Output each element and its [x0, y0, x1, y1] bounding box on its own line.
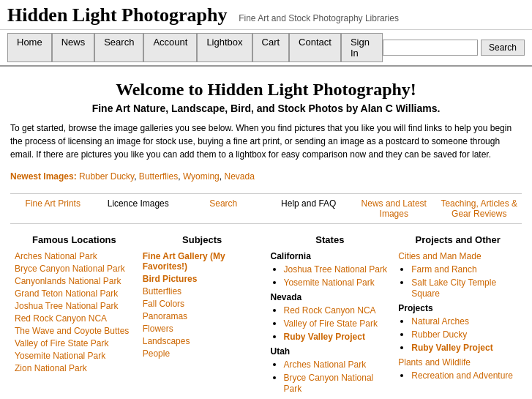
famous-location-link[interactable]: Canyonlands National Park — [15, 276, 134, 286]
project-link[interactable]: Rubber Ducky — [411, 329, 467, 340]
states-col: States CaliforniaJoshua Tree National Pa… — [266, 234, 394, 396]
nav-links: HomeNewsSearchAccountLightboxCartContact… — [7, 33, 383, 62]
navbar: HomeNewsSearchAccountLightboxCartContact… — [0, 30, 532, 67]
states-header: States — [271, 234, 390, 245]
state-link[interactable]: Joshua Tree National Park — [284, 264, 387, 275]
newest-images: Newest Images: Rubber Ducky, Butterflies… — [10, 171, 522, 182]
section-nav: Fine Art PrintsLicence ImagesSearchHelp … — [10, 193, 522, 224]
image-galleries-link[interactable]: image galleries — [113, 123, 173, 133]
subjects-header: Subjects — [143, 234, 262, 245]
newest-link-1[interactable]: Butterflies — [139, 171, 178, 182]
projects-content: Cities and Man MadeFarm and RanchSalt La… — [398, 251, 517, 381]
section-nav-item-3[interactable]: Help and FAQ — [266, 198, 352, 219]
project-link[interactable]: Ruby Valley Project — [411, 343, 492, 353]
subject-link[interactable]: Landscapes — [143, 336, 262, 346]
famous-location-link[interactable]: Red Rock Canyon NCA — [15, 313, 134, 324]
welcome-subtitle: Fine Art Nature, Landscape, Bird, and St… — [10, 102, 522, 114]
subjects-col: Subjects Fine Art Gallery (My Favorites!… — [138, 234, 266, 396]
subject-link[interactable]: People — [143, 348, 262, 359]
state-link[interactable]: Ruby Valley Project — [284, 332, 365, 342]
projects-section1-header[interactable]: Cities and Man Made — [398, 251, 517, 261]
projects-section2-header: Projects — [398, 303, 517, 313]
intro-text: To get started, browse the image galleri… — [10, 122, 522, 161]
projects-header: Projects and Other — [398, 234, 517, 245]
nav-item-home[interactable]: Home — [7, 33, 52, 62]
state-link[interactable]: Bryce Canyon National Park — [284, 373, 374, 394]
nav-item-lightbox[interactable]: Lightbox — [197, 33, 252, 62]
section-nav-item-4[interactable]: News and Latest Images — [351, 198, 437, 219]
newest-label: Newest Images: — [10, 171, 77, 182]
site-title: Hidden Light Photography — [7, 4, 228, 26]
section-nav-item-2[interactable]: Search — [181, 198, 266, 219]
site-header: Hidden Light Photography Fine Art and St… — [0, 0, 532, 30]
section-nav-item-0[interactable]: Fine Art Prints — [10, 198, 96, 219]
nav-item-sign-in[interactable]: Sign In — [341, 33, 383, 62]
newest-link-2[interactable]: Wyoming — [183, 171, 220, 182]
state-link[interactable]: Yosemite National Park — [284, 277, 375, 288]
project-link[interactable]: Recreation and Adventure — [411, 370, 513, 381]
subject-link[interactable]: Panoramas — [143, 311, 262, 321]
content-columns: Famous Locations Arches National ParkBry… — [10, 234, 522, 396]
subject-link[interactable]: Fall Colors — [143, 299, 262, 309]
project-link[interactable]: Farm and Ranch — [411, 264, 476, 275]
utah-header: Utah — [271, 346, 390, 357]
famous-location-link[interactable]: Zion National Park — [15, 363, 134, 373]
nevada-header: Nevada — [271, 292, 390, 302]
subjects-links: Fine Art Gallery (My Favorites!)Bird Pic… — [143, 251, 262, 359]
state-link[interactable]: Valley of Fire State Park — [284, 318, 378, 329]
subject-link[interactable]: Flowers — [143, 324, 262, 334]
section-nav-item-5[interactable]: Teaching, Articles & Gear Reviews — [437, 198, 522, 219]
state-link[interactable]: Arches National Park — [284, 359, 367, 370]
projects-section3-header[interactable]: Plants and Wildlife — [398, 357, 517, 368]
famous-location-link[interactable]: Valley of Fire State Park — [15, 338, 134, 348]
newest-link-0[interactable]: Rubber Ducky — [79, 171, 134, 182]
subject-link[interactable]: Butterflies — [143, 286, 262, 297]
project-link[interactable]: Natural Arches — [411, 316, 469, 327]
famous-location-link[interactable]: Arches National Park — [15, 251, 134, 261]
nav-item-search[interactable]: Search — [94, 33, 143, 62]
famous-locations-header: Famous Locations — [15, 234, 134, 245]
famous-locations-col: Famous Locations Arches National ParkBry… — [10, 234, 138, 396]
famous-location-link[interactable]: Yosemite National Park — [15, 351, 134, 361]
famous-location-link[interactable]: Joshua Tree National Park — [15, 301, 134, 311]
famous-location-link[interactable]: The Wave and Coyote Buttes — [15, 326, 134, 336]
main-content: Welcome to Hidden Light Photography! Fin… — [0, 67, 532, 399]
famous-location-link[interactable]: Bryce Canyon National Park — [15, 264, 134, 274]
subject-link[interactable]: Bird Pictures — [143, 274, 262, 284]
nav-item-news[interactable]: News — [52, 33, 95, 62]
newest-links: Rubber Ducky, Butterflies, Wyoming, Neva… — [79, 171, 255, 182]
nav-item-contact[interactable]: Contact — [289, 33, 341, 62]
header-search-input[interactable] — [383, 40, 478, 56]
newest-link-3[interactable]: Nevada — [224, 171, 254, 182]
california-header: California — [271, 251, 390, 261]
famous-locations-links: Arches National ParkBryce Canyon Nationa… — [15, 251, 134, 373]
nav-item-account[interactable]: Account — [143, 33, 197, 62]
state-link[interactable]: Red Rock Canyon NCA — [284, 305, 376, 316]
section-nav-item-1[interactable]: Licence Images — [96, 198, 181, 219]
states-content: CaliforniaJoshua Tree National ParkYosem… — [271, 251, 390, 394]
projects-col: Projects and Other Cities and Man MadeFa… — [394, 234, 522, 396]
famous-location-link[interactable]: Grand Teton National Park — [15, 288, 134, 299]
project-link[interactable]: Salt Lake City Temple Square — [411, 277, 496, 299]
header-search-button[interactable]: Search — [481, 40, 525, 56]
welcome-title: Welcome to Hidden Light Photography! — [10, 80, 522, 100]
fine-art-print-link[interactable]: fine art print — [233, 136, 280, 146]
subject-link[interactable]: Fine Art Gallery (My Favorites!) — [143, 251, 262, 272]
header-search-area: Search — [383, 40, 525, 56]
site-tagline: Fine Art and Stock Photography Libraries — [239, 13, 399, 23]
nav-item-cart[interactable]: Cart — [252, 33, 290, 62]
